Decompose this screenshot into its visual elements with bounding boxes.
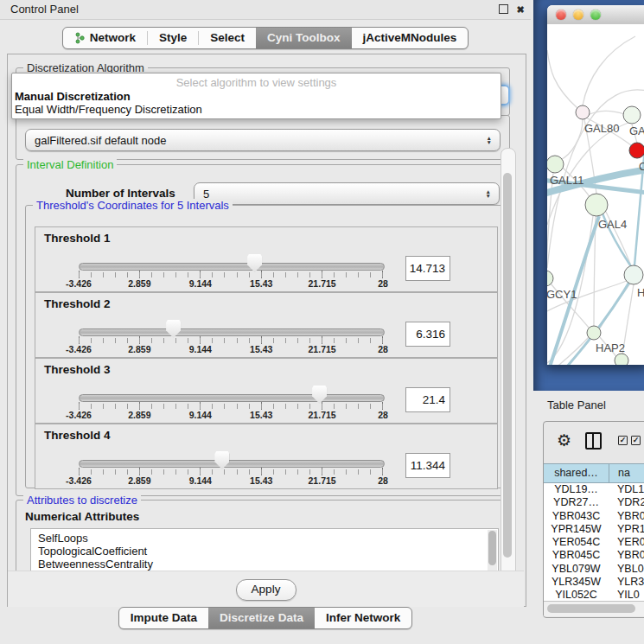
threshold-3-box: Threshold 3 -3.426 2.859 9.144 15.43 21.…	[35, 358, 498, 424]
table-row[interactable]: YLR345WYLR3	[544, 576, 644, 589]
table-horizontal-scrollbar[interactable]	[544, 601, 644, 616]
table-scrollbar-thumb[interactable]	[547, 604, 635, 613]
panel-scrollbar-thumb[interactable]	[503, 173, 512, 558]
slider-minor-ticks	[79, 338, 384, 343]
node-label-partial-red: C	[639, 160, 644, 173]
scale-label: 15.43	[250, 278, 272, 289]
float-window-icon[interactable]	[499, 4, 508, 14]
table-row[interactable]: YBL079WYBL0	[544, 563, 644, 576]
cell: YPR1	[609, 523, 644, 536]
cell: YDR2	[609, 496, 644, 509]
option-equal-width-frequency[interactable]: Equal Width/Frequency Discretization	[12, 103, 501, 116]
network-node-red[interactable]	[629, 143, 644, 158]
checkbox-icon[interactable]: ✓	[618, 436, 628, 445]
network-window-titlebar[interactable]	[547, 5, 644, 25]
cell: YDR27…	[544, 496, 609, 509]
tab-network[interactable]: Network	[63, 28, 147, 48]
table-data-combo-value: galFiltered.sif default node	[35, 134, 166, 147]
slider-track[interactable]	[79, 394, 385, 402]
scale-label: 2.859	[128, 475, 150, 486]
tab-discretize-data[interactable]: Discretize Data	[208, 608, 315, 628]
table-row[interactable]: YBR045CYBR0	[544, 549, 644, 562]
column-split-icon[interactable]	[585, 432, 602, 450]
network-node-h[interactable]	[624, 265, 643, 284]
algorithm-dropdown-popup: Select algorithm to view settings Manual…	[11, 73, 501, 119]
panel-scrollbar[interactable]	[501, 148, 516, 601]
network-icon	[74, 32, 86, 44]
network-node-gcy1[interactable]	[547, 271, 553, 286]
cell: YDL1	[609, 483, 644, 496]
slider-track[interactable]	[79, 263, 385, 271]
scale-label: 28	[378, 410, 388, 420]
cell: YPR145W	[544, 523, 609, 536]
number-of-intervals-combo[interactable]: 5 ▲▼	[194, 182, 500, 205]
option-manual-discretization[interactable]: Manual Discretization	[12, 90, 501, 103]
tab-style[interactable]: Style	[148, 28, 198, 48]
tab-impute-data[interactable]: Impute Data	[119, 608, 208, 628]
close-icon[interactable]: ✖	[515, 4, 526, 15]
combo-stepper-icon: ▲▼	[487, 136, 492, 144]
slider-track[interactable]	[79, 328, 385, 336]
apply-button[interactable]: Apply	[236, 579, 296, 601]
network-node-bottom[interactable]	[615, 354, 628, 365]
table-panel-title: Table Panel	[547, 399, 606, 411]
scale-label: 28	[378, 475, 388, 486]
network-canvas[interactable]: GAL80 GA C GAL11 GAL4 GCY1 H HAP2	[547, 24, 644, 365]
scale-label: -3.426	[66, 344, 92, 354]
thresholds-title: Threshold's Coordinates for 5 Intervals	[33, 199, 233, 212]
numerical-attributes-label: Numerical Attributes	[25, 510, 139, 523]
scale-label: -3.426	[66, 410, 92, 420]
tab-jactivemnodules[interactable]: jActiveMNodules	[352, 28, 469, 48]
slider-track[interactable]	[79, 460, 385, 468]
threshold-2-box: Threshold 2 -3.426 2.859 9.144 15.43 21.…	[35, 292, 498, 358]
close-traffic-light[interactable]	[556, 10, 566, 20]
cell: YBR045C	[544, 549, 609, 562]
table-row[interactable]: YDL19…YDL1	[544, 483, 644, 496]
tab-select[interactable]: Select	[199, 28, 256, 48]
tab-network-label: Network	[90, 28, 136, 48]
network-node-hap2[interactable]	[587, 326, 601, 340]
threshold-2-value-field[interactable]	[405, 322, 450, 347]
tab-discretize-data-label: Discretize Data	[220, 608, 303, 628]
column-header-name[interactable]: na	[609, 464, 644, 482]
column-header-shared[interactable]: shared…	[544, 464, 609, 482]
threshold-3-value-field[interactable]	[405, 387, 450, 412]
threshold-1-value-field[interactable]	[405, 256, 450, 281]
network-node-top-right[interactable]	[623, 106, 641, 124]
node-label-gal11: GAL11	[550, 174, 584, 187]
network-node-gal4[interactable]	[585, 194, 608, 216]
cell: YLR345W	[544, 576, 609, 589]
scale-label: 15.43	[250, 344, 272, 354]
tab-impute-data-label: Impute Data	[131, 608, 197, 628]
table-row[interactable]: YBR043CYBR0	[544, 510, 644, 523]
network-node-gal80[interactable]	[576, 105, 590, 119]
threshold-4-value-field[interactable]	[405, 453, 450, 478]
tab-infer-network[interactable]: Infer Network	[315, 608, 411, 628]
gear-icon[interactable]: ⚙	[557, 430, 571, 450]
network-node-gal11[interactable]	[547, 156, 564, 173]
scale-label: 9.144	[189, 278, 212, 289]
minimize-traffic-light[interactable]	[573, 10, 583, 20]
cell: YER0	[609, 536, 644, 549]
scale-label: 2.859	[128, 410, 150, 420]
list-item[interactable]: BetweennessCentrality	[31, 558, 498, 571]
checkbox-icon[interactable]: ✓	[631, 436, 641, 445]
list-item[interactable]: TopologicalCoefficient	[31, 545, 498, 558]
node-label-gcy1: GCY1	[547, 288, 577, 301]
node-label-partial-right: H	[637, 286, 644, 299]
bottom-tabbar: Impute Data Discretize Data Infer Networ…	[118, 607, 412, 629]
scale-label: -3.426	[66, 475, 92, 486]
slider-scale: -3.426 2.859 9.144 15.43 21.715 28	[79, 410, 383, 422]
table-row[interactable]: YDR27…YDR2	[544, 496, 644, 509]
list-scrollbar[interactable]	[488, 530, 497, 577]
list-scrollbar-thumb[interactable]	[488, 531, 496, 565]
tab-cyni-toolbox[interactable]: Cyni Toolbox	[256, 28, 352, 48]
table-data-combo[interactable]: galFiltered.sif default node ▲▼	[25, 129, 501, 151]
list-item[interactable]: SelfLoops	[31, 532, 498, 545]
table-row[interactable]: YPR145WYPR1	[544, 523, 644, 536]
table-row[interactable]: YER054CYER0	[544, 536, 644, 549]
cell: YDL19…	[544, 483, 609, 496]
zoom-traffic-light[interactable]	[590, 10, 601, 20]
slider-scale: -3.426 2.859 9.144 15.43 21.715 28	[79, 278, 383, 290]
scale-label: 2.859	[128, 344, 150, 354]
